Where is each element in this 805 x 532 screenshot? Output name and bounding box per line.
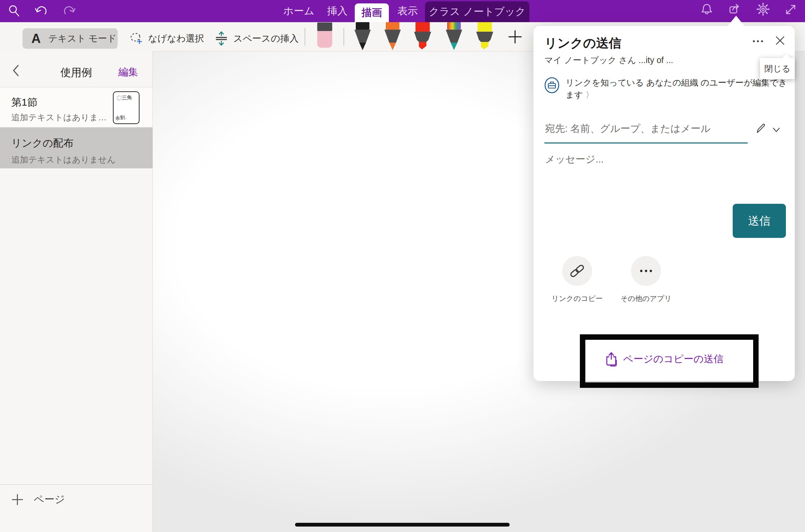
add-page-label: ページ <box>34 492 65 506</box>
link-icon <box>569 263 585 279</box>
insert-space-icon <box>214 31 229 46</box>
page-subtitle: 追加テキストはありません <box>11 154 116 165</box>
insert-space-label: スペースの挿入 <box>233 32 299 45</box>
notifications-bell-icon[interactable] <box>700 3 714 16</box>
fullscreen-expand-icon[interactable] <box>784 3 797 16</box>
add-pen-icon[interactable] <box>508 29 523 44</box>
tooltip-label: 閉じる <box>764 63 790 74</box>
more-options-icon[interactable] <box>752 40 765 43</box>
send-button[interactable]: 送信 <box>733 204 786 238</box>
lasso-icon <box>129 32 143 45</box>
thumbnail-handwriting: 余割. <box>115 114 127 122</box>
tab-view[interactable]: 表示 <box>394 0 421 22</box>
redo-icon[interactable] <box>62 4 76 18</box>
onenote-app: ホーム 挿入 描画 表示 クラス ノートブック <box>0 0 805 532</box>
organization-briefcase-icon <box>544 76 560 94</box>
search-icon[interactable] <box>8 4 21 18</box>
page-list-item[interactable]: 第1節 追加テキストはありま… 〇三角 余割. <box>0 87 152 127</box>
tab-draw[interactable]: 描画 <box>355 3 389 22</box>
insert-space-button[interactable]: スペースの挿入 <box>214 27 299 50</box>
copy-link-button[interactable] <box>562 256 592 286</box>
tab-class-notebook[interactable]: クラス ノートブック <box>425 1 529 22</box>
add-page-button[interactable]: ページ <box>11 492 65 506</box>
permission-chevron-icon: 〉 <box>585 90 594 100</box>
pen-orange[interactable] <box>383 22 402 51</box>
plus-icon <box>11 493 24 506</box>
page-title: リンクの配布 <box>11 136 74 150</box>
more-apps-label: その他のアプリ <box>615 294 677 303</box>
text-mode-label: テキスト モード <box>48 32 116 45</box>
chevron-down-icon[interactable] <box>772 127 780 133</box>
home-indicator-bar[interactable] <box>295 523 510 527</box>
eraser-tool[interactable] <box>317 22 333 49</box>
top-app-bar: ホーム 挿入 描画 表示 クラス ノートブック <box>0 0 805 22</box>
notebook-subtitle: マイ ノートブック さん ...ity of ... <box>544 55 673 66</box>
pen-rainbow[interactable] <box>445 22 463 51</box>
dialog-title: リンクの送信 <box>544 35 621 52</box>
edit-pages-button[interactable]: 編集 <box>118 65 138 79</box>
page-list-item-selected[interactable]: リンクの配布 追加テキストはありません <box>0 127 152 168</box>
pen-black[interactable] <box>353 22 372 51</box>
lasso-label: なげなわ選択 <box>148 32 204 45</box>
highlighter-yellow[interactable] <box>475 22 495 51</box>
page-thumbnail: 〇三角 余割. <box>113 91 140 124</box>
text-mode-button[interactable]: A テキスト モード <box>23 28 118 49</box>
sidebar-divider <box>0 484 152 485</box>
tab-home[interactable]: ホーム <box>283 0 314 22</box>
ellipsis-icon <box>639 269 654 273</box>
settings-gear-icon[interactable] <box>756 2 770 16</box>
link-permission-setting[interactable]: リンクを知っている あなたの組織 のユーザーが編集できます 〉 <box>566 76 791 101</box>
text-mode-a-icon: A <box>31 31 41 46</box>
to-input-underline <box>544 142 748 143</box>
lasso-select-button[interactable]: なげなわ選択 <box>129 27 204 50</box>
edit-permission-pencil-icon[interactable] <box>755 122 767 135</box>
toolbar-divider <box>343 28 344 46</box>
page-list-sidebar: 使用例 編集 第1節 追加テキストはありま… 〇三角 余割. リンクの配布 追加… <box>0 51 153 532</box>
permission-text: リンクを知っている あなたの組織 のユーザーが編集できます <box>566 78 787 100</box>
copy-link-label: リンクのコピー <box>546 294 608 303</box>
to-recipients-input[interactable] <box>544 120 735 137</box>
tab-insert[interactable]: 挿入 <box>324 0 351 22</box>
highlighter-red[interactable] <box>413 22 433 51</box>
undo-icon[interactable] <box>34 4 48 18</box>
close-tooltip: 閉じる <box>760 58 795 79</box>
more-apps-button[interactable] <box>631 256 661 286</box>
close-icon[interactable] <box>774 35 786 46</box>
toolbar-divider <box>305 28 305 46</box>
page-subtitle: 追加テキストはありま… <box>11 112 107 123</box>
annotation-rectangle <box>580 334 759 388</box>
page-title: 第1節 <box>11 95 38 109</box>
message-input[interactable] <box>544 151 750 168</box>
share-icon[interactable] <box>728 3 742 16</box>
send-link-dialog: リンクの送信 マイ ノートブック さん ...ity of ... リンクを知っ… <box>533 26 795 381</box>
thumbnail-handwriting: 〇三角 <box>117 94 132 102</box>
popover-caret <box>727 16 745 27</box>
